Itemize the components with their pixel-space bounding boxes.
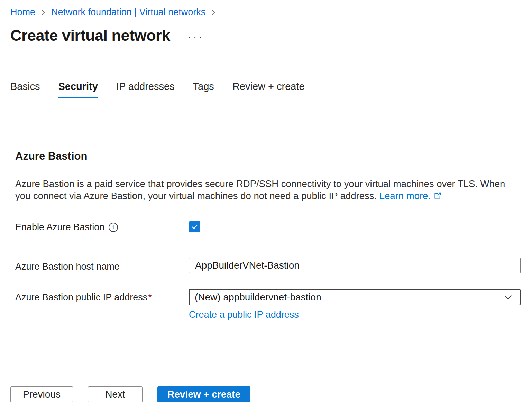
tab-ip-addresses[interactable]: IP addresses [116,81,175,98]
enable-bastion-row: Enable Azure Bastion i [15,221,521,233]
chevron-right-icon [40,9,46,16]
create-virtual-network-page: Home Network foundation | Virtual networ… [0,0,532,402]
chevron-down-icon [503,292,513,302]
enable-bastion-checkbox[interactable] [189,221,200,232]
enable-bastion-label: Enable Azure Bastion [15,222,104,233]
public-ip-label-group: Azure Bastion public IP address* [15,289,189,303]
info-icon[interactable]: i [109,223,118,232]
security-tab-content: Azure Bastion Azure Bastion is a paid se… [15,150,521,402]
tab-review-create[interactable]: Review + create [232,81,305,98]
tab-basics[interactable]: Basics [10,81,40,98]
review-create-button[interactable]: Review + create [157,386,250,402]
host-name-row: Azure Bastion host name [15,258,521,273]
create-public-ip-link[interactable]: Create a public IP address [189,309,299,320]
public-ip-label: Azure Bastion public IP address* [15,292,152,303]
learn-more-link[interactable]: Learn more. [379,190,431,201]
breadcrumb-home-link[interactable]: Home [10,7,35,18]
tab-tags[interactable]: Tags [193,81,214,98]
description-text: Azure Bastion is a paid service that pro… [15,178,505,201]
azure-bastion-heading: Azure Bastion [15,150,521,162]
chevron-right-icon [210,9,217,16]
public-ip-dropdown[interactable]: (New) appbuildervnet-bastion [189,289,521,305]
checkmark-icon [191,223,199,231]
external-link-icon [433,190,442,199]
host-name-control [189,258,521,273]
breadcrumb-virtual-networks-link[interactable]: Network foundation | Virtual networks [51,7,205,18]
tab-security[interactable]: Security [58,81,98,98]
page-title: Create virtual network [10,27,170,45]
enable-bastion-label-group: Enable Azure Bastion i [15,221,189,233]
public-ip-control: (New) appbuildervnet-bastion Create a pu… [189,289,521,320]
host-name-label: Azure Bastion host name [15,261,120,272]
host-name-input[interactable] [189,258,521,273]
wizard-footer: Previous Next Review + create [10,386,521,402]
previous-button[interactable]: Previous [10,386,73,402]
public-ip-selected-value: (New) appbuildervnet-bastion [195,292,321,303]
wizard-tabs: Basics Security IP addresses Tags Review… [10,81,521,98]
title-row: Create virtual network ··· [10,27,521,45]
breadcrumb: Home Network foundation | Virtual networ… [10,7,521,18]
next-button[interactable]: Next [88,386,143,402]
host-name-label-group: Azure Bastion host name [15,258,189,272]
azure-bastion-description: Azure Bastion is a paid service that pro… [15,178,521,202]
public-ip-row: Azure Bastion public IP address* (New) a… [15,289,521,320]
more-options-button[interactable]: ··· [188,29,204,42]
enable-bastion-control [189,221,521,232]
required-asterisk: * [148,292,152,302]
